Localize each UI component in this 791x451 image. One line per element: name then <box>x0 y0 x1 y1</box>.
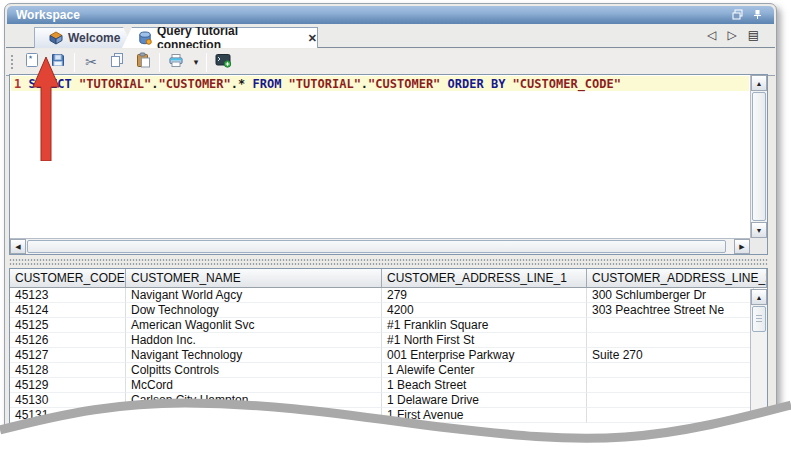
sql-editor[interactable]: 1 SELECT "TUTORIAL"."CUSTOMER".* FROM "T… <box>9 74 768 255</box>
scroll-down-button[interactable]: ▼ <box>751 222 767 238</box>
sql-token-string: "CUSTOMER" <box>159 77 231 91</box>
tab-close-icon[interactable]: ✕ <box>308 32 317 45</box>
float-restore-icon[interactable] <box>732 6 743 24</box>
table-cell: #1 Franklin Square <box>382 318 587 333</box>
table-cell: Colpitts Controls <box>126 363 382 378</box>
editor-horizontal-scrollbar[interactable]: ◀ ▶ <box>10 238 750 254</box>
copy-icon <box>109 52 125 72</box>
sql-token-plain: . <box>361 77 368 91</box>
sql-token-plain <box>281 77 288 91</box>
sql-token-plain: . <box>151 77 158 91</box>
pin-icon[interactable] <box>752 6 763 24</box>
table-row[interactable]: 45127Navigant Technology001 Enterprise P… <box>10 348 754 363</box>
table-cell <box>587 333 754 348</box>
tab-strip: Welcome Query Tutorial connection ✕ ◁ ▷ … <box>6 24 775 48</box>
sql-token-keyword: FROM <box>252 77 281 91</box>
window-title: Workspace <box>16 8 80 22</box>
title-bar[interactable]: Workspace <box>7 6 774 24</box>
tab-welcome[interactable]: Welcome <box>34 27 133 48</box>
table-row[interactable]: 45125American Wagonlit Svc#1 Franklin Sq… <box>10 318 754 333</box>
welcome-box-icon <box>49 31 63 45</box>
table-cell: 1 Alewife Center <box>382 363 587 378</box>
print-button[interactable] <box>163 51 189 73</box>
table-cell: Dow Technology <box>126 303 382 318</box>
sql-token-string: "TUTORIAL" <box>289 77 361 91</box>
scroll-thumb[interactable] <box>752 92 766 221</box>
cut-icon: ✂ <box>85 54 97 70</box>
tab-query-label: Query Tutorial connection <box>157 24 298 52</box>
workspace-window: Workspace <box>4 3 777 443</box>
table-cell: Haddon Inc. <box>126 333 382 348</box>
new-session-button[interactable] <box>210 51 236 73</box>
scroll-right-button[interactable]: ▶ <box>734 239 750 254</box>
toolbar: ✂ <box>6 49 775 76</box>
table-cell: 303 Peachtree Street Ne <box>587 303 754 318</box>
sql-token-plain: .* <box>231 77 253 91</box>
new-session-terminal-icon <box>215 52 232 72</box>
table-cell: 001 Enterprise Parkway <box>382 348 587 363</box>
paste-button[interactable] <box>130 51 156 73</box>
scroll-up-button[interactable]: ▲ <box>751 289 767 305</box>
toolbar-separator <box>206 53 207 72</box>
table-cell: Navigant Technology <box>126 348 382 363</box>
screenshot-canvas: Workspace <box>0 0 791 451</box>
table-cell: American Wagonlit Svc <box>126 318 382 333</box>
paste-icon <box>135 52 151 72</box>
scroll-thumb[interactable] <box>752 306 766 332</box>
table-cell: 45124 <box>10 303 126 318</box>
column-header[interactable]: CUSTOMER_CODE <box>10 269 126 287</box>
sql-token-keyword: ORDER BY <box>448 77 506 91</box>
tab-query-tutorial-connection[interactable]: Query Tutorial connection ✕ <box>122 27 318 48</box>
table-cell: 45123 <box>10 288 126 303</box>
print-icon <box>168 52 184 72</box>
column-header[interactable]: CUSTOMER_ADDRESS_LINE_2 <box>587 269 767 287</box>
table-cell: Navigant World Agcy <box>126 288 382 303</box>
table-cell: 45127 <box>10 348 126 363</box>
table-cell: 45128 <box>10 363 126 378</box>
column-header[interactable]: CUSTOMER_NAME <box>126 269 382 287</box>
torn-edge-wave <box>0 388 791 451</box>
toolbar-separator <box>159 53 160 72</box>
table-cell: 4200 <box>382 303 587 318</box>
scroll-thumb[interactable] <box>27 240 726 253</box>
sql-line[interactable]: 1 SELECT "TUTORIAL"."CUSTOMER".* FROM "T… <box>14 77 621 91</box>
table-row[interactable]: 45126Haddon Inc.#1 North First St <box>10 333 754 348</box>
tab-list-icon[interactable]: ▤ <box>748 28 759 42</box>
copy-button[interactable] <box>104 51 130 73</box>
table-cell <box>587 318 754 333</box>
print-dropdown-caret-icon: ▾ <box>194 57 199 67</box>
table-row[interactable]: 45128Colpitts Controls1 Alewife Center <box>10 363 754 378</box>
scrollbar-corner <box>750 238 767 254</box>
print-dropdown-button[interactable]: ▾ <box>189 51 203 73</box>
annotation-arrow-icon <box>33 57 59 161</box>
next-tab-icon[interactable]: ▷ <box>727 28 736 42</box>
sql-token-string: "CUSTOMER_CODE" <box>513 77 621 91</box>
splitter-handle[interactable] <box>9 258 768 267</box>
database-icon <box>138 31 152 45</box>
cut-button[interactable]: ✂ <box>78 51 104 73</box>
table-cell: #1 North First St <box>382 333 587 348</box>
table-cell: 300 Schlumberger Dr <box>587 288 754 303</box>
table-row[interactable]: 45124Dow Technology4200303 Peachtree Str… <box>10 303 754 318</box>
table-cell <box>587 363 754 378</box>
grid-header: CUSTOMER_CODECUSTOMER_NAMECUSTOMER_ADDRE… <box>10 269 767 288</box>
sql-token-plain <box>72 77 79 91</box>
scroll-left-button[interactable]: ◀ <box>10 239 26 254</box>
table-cell: 45125 <box>10 318 126 333</box>
table-cell: Suite 270 <box>587 348 754 363</box>
sql-token-plain <box>505 77 512 91</box>
toolbar-grip-handle[interactable] <box>10 54 14 71</box>
editor-vertical-scrollbar[interactable]: ▲ ▼ <box>750 75 767 238</box>
table-cell: 45126 <box>10 333 126 348</box>
sql-token-string: "TUTORIAL" <box>79 77 151 91</box>
scroll-up-button[interactable]: ▲ <box>751 75 767 91</box>
table-cell: 279 <box>382 288 587 303</box>
sql-token-string: "CUSTOMER" <box>368 77 440 91</box>
sql-token-plain <box>440 77 447 91</box>
sql-token-linenum: 1 <box>14 77 28 91</box>
column-header[interactable]: CUSTOMER_ADDRESS_LINE_1 <box>382 269 587 287</box>
table-row[interactable]: 45123Navigant World Agcy279300 Schlumber… <box>10 288 754 303</box>
prev-tab-icon[interactable]: ◁ <box>707 28 716 42</box>
tab-welcome-label: Welcome <box>68 31 120 45</box>
toolbar-separator <box>74 53 75 72</box>
